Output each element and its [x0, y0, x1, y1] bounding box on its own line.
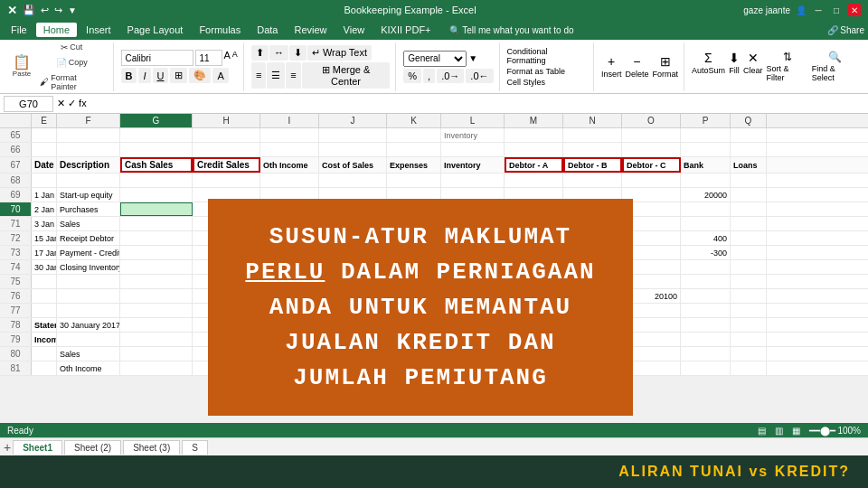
- border-button[interactable]: ⊞: [170, 68, 187, 83]
- cell-g74[interactable]: [120, 260, 193, 274]
- cut-button[interactable]: ✂Cut: [36, 41, 107, 54]
- cell-q78[interactable]: [731, 318, 767, 332]
- col-header-m[interactable]: M: [505, 114, 563, 127]
- new-sheet-btn[interactable]: +: [4, 440, 11, 455]
- quick-access-more[interactable]: ▼: [68, 5, 77, 15]
- cell-debtor-a-header[interactable]: Debtor - A: [505, 157, 563, 173]
- col-header-p[interactable]: P: [681, 114, 731, 127]
- col-header-h[interactable]: H: [193, 114, 260, 127]
- cell-h65[interactable]: [193, 128, 260, 142]
- cell-g71[interactable]: [120, 217, 193, 230]
- col-header-q[interactable]: Q: [731, 114, 767, 127]
- cell-g66[interactable]: [120, 143, 193, 156]
- sheet-view-page[interactable]: ▦: [792, 426, 800, 436]
- sheet-view-normal[interactable]: ▤: [758, 426, 766, 436]
- sheet-tab-2[interactable]: Sheet (2): [64, 440, 121, 455]
- cell-g81[interactable]: [120, 361, 193, 375]
- cell-f65[interactable]: [57, 128, 120, 142]
- cell-g70[interactable]: [120, 202, 193, 216]
- cell-o65[interactable]: [622, 128, 681, 142]
- cell-g75[interactable]: [120, 275, 193, 288]
- cell-p72[interactable]: 400: [681, 231, 731, 245]
- cell-e76[interactable]: [32, 289, 57, 303]
- insert-label[interactable]: Insert: [601, 70, 622, 79]
- cell-p76[interactable]: [681, 289, 731, 303]
- font-color-button[interactable]: A: [212, 68, 228, 83]
- cell-credit-sales-header[interactable]: Credit Sales: [193, 157, 260, 173]
- cell-j68[interactable]: [319, 174, 387, 187]
- tab-file[interactable]: File: [4, 23, 34, 37]
- formula-input[interactable]: [90, 99, 864, 109]
- cell-g79[interactable]: [120, 333, 193, 346]
- copy-button[interactable]: 📄Copy: [36, 56, 107, 70]
- bold-button[interactable]: B: [121, 68, 137, 83]
- align-left-button[interactable]: ≡: [251, 62, 266, 89]
- cell-j65[interactable]: [319, 128, 387, 142]
- fill-color-button[interactable]: 🎨: [189, 68, 211, 83]
- cell-description-header[interactable]: Description: [57, 157, 120, 173]
- sheet-tab-4[interactable]: S: [182, 440, 208, 455]
- close-btn[interactable]: ✕: [848, 4, 861, 16]
- cell-m68[interactable]: [505, 174, 563, 187]
- tab-formulas[interactable]: Formulas: [192, 23, 248, 37]
- wrap-text-button[interactable]: ↵ Wrap Text: [307, 45, 372, 61]
- cell-f70[interactable]: Purchases: [57, 202, 120, 216]
- quick-access-redo[interactable]: ↪: [54, 5, 62, 16]
- cell-q71[interactable]: [731, 217, 767, 230]
- autosum-label[interactable]: AutoSum: [692, 66, 725, 75]
- cell-e74[interactable]: 30 Jan 2017: [32, 260, 57, 274]
- comma-button[interactable]: ,: [423, 69, 435, 83]
- align-center-button[interactable]: ☰: [267, 62, 285, 89]
- cell-q68[interactable]: [731, 174, 767, 187]
- col-header-n[interactable]: N: [563, 114, 622, 127]
- cell-e65[interactable]: [32, 128, 57, 142]
- cell-q74[interactable]: [731, 260, 767, 274]
- cell-q79[interactable]: [731, 333, 767, 346]
- cell-e73[interactable]: 17 Jan 2017: [32, 246, 57, 259]
- cell-f68[interactable]: [57, 174, 120, 187]
- decrease-decimal-button[interactable]: .0←: [466, 69, 493, 83]
- sort-filter-label[interactable]: Sort & Filter: [766, 64, 807, 82]
- cell-q77[interactable]: [731, 304, 767, 317]
- cell-g80[interactable]: [120, 347, 193, 361]
- cell-f73[interactable]: Payment - Creditor: [57, 246, 120, 259]
- cell-o68[interactable]: [622, 174, 681, 187]
- cell-g68[interactable]: [120, 174, 193, 187]
- align-right-button[interactable]: ≡: [286, 62, 300, 89]
- col-header-j[interactable]: J: [319, 114, 387, 127]
- cell-f76[interactable]: [57, 289, 120, 303]
- cell-n65[interactable]: [563, 128, 622, 142]
- tab-insert[interactable]: Insert: [79, 23, 118, 37]
- cell-e69[interactable]: 1 Jan 2017: [32, 188, 57, 202]
- cell-e66[interactable]: [32, 143, 57, 156]
- cell-p81[interactable]: [681, 361, 731, 375]
- cell-debtor-c-header[interactable]: Debtor - C: [622, 157, 681, 173]
- cell-f69[interactable]: Start-up equity: [57, 188, 120, 202]
- cell-e79[interactable]: Income: [32, 333, 57, 346]
- cell-p73[interactable]: -300: [681, 246, 731, 259]
- sheet-view-layout[interactable]: ▥: [775, 426, 783, 436]
- cell-g69[interactable]: [120, 188, 193, 202]
- italic-button[interactable]: I: [138, 68, 150, 83]
- align-bottom-button[interactable]: ⬇: [289, 45, 307, 61]
- cell-i66[interactable]: [260, 143, 319, 156]
- font-family-input[interactable]: [121, 50, 193, 66]
- cell-e75[interactable]: [32, 275, 57, 288]
- underline-button[interactable]: U: [153, 68, 169, 83]
- cell-f80[interactable]: Sales: [57, 347, 120, 361]
- cell-e68[interactable]: [32, 174, 57, 187]
- col-header-o[interactable]: O: [622, 114, 681, 127]
- cell-k66[interactable]: [387, 143, 441, 156]
- quick-access-save[interactable]: 💾: [23, 5, 35, 16]
- tab-home[interactable]: Home: [36, 23, 77, 37]
- number-format-select[interactable]: General Number Currency: [403, 51, 467, 67]
- cell-h66[interactable]: [193, 143, 260, 156]
- delete-label[interactable]: Delete: [625, 70, 648, 79]
- cell-e70[interactable]: 2 Jan 2017: [32, 202, 57, 216]
- cell-inventory-header[interactable]: Inventory: [441, 157, 505, 173]
- cell-q80[interactable]: [731, 347, 767, 361]
- cell-q66[interactable]: [731, 143, 767, 156]
- cell-g72[interactable]: [120, 231, 193, 245]
- cell-f74[interactable]: Closing Inventory: [57, 260, 120, 274]
- percent-button[interactable]: %: [403, 69, 421, 83]
